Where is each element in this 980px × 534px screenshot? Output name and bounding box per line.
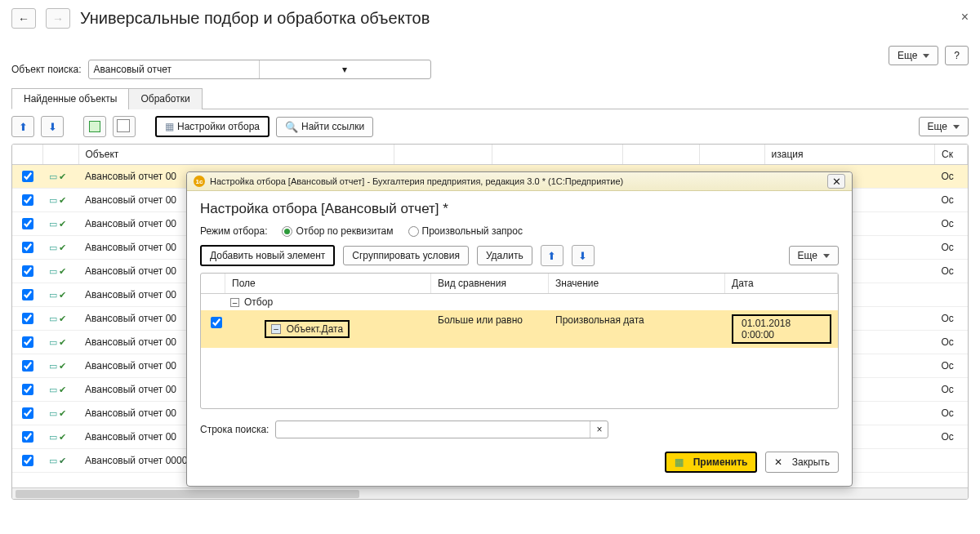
hdr-date[interactable]: Дата (725, 274, 838, 293)
close-icon[interactable]: × (961, 10, 969, 24)
move-up-button[interactable]: ⬆ (11, 116, 34, 137)
row-sk: Ос (935, 212, 968, 236)
search-string-label: Строка поиска: (200, 424, 269, 435)
tab-found-objects[interactable]: Найденные объекты (11, 88, 129, 109)
delete-button[interactable]: Удалить (477, 246, 532, 265)
apply-icon: ▦ (675, 456, 684, 468)
row-checkbox[interactable] (22, 194, 33, 206)
row-checkbox[interactable] (22, 171, 33, 182)
row-sk: Ос (935, 378, 968, 402)
col-sk[interactable]: Ск (935, 145, 968, 165)
row-sk: Ос (935, 354, 968, 378)
search-object-value: Авансовый отчет (89, 64, 260, 75)
row-checkbox[interactable] (22, 265, 33, 277)
row-sk: Ос (935, 236, 968, 260)
clear-search-icon[interactable]: × (590, 421, 608, 438)
doc-status-icon: ▭✔ (49, 361, 66, 372)
doc-status-icon: ▭✔ (49, 314, 66, 324)
field-chip[interactable]: – Объект.Дата (265, 320, 350, 338)
doc-status-icon: ▭✔ (49, 195, 66, 206)
hdr-field[interactable]: Поле (225, 274, 431, 293)
filter-settings-label: Настройки отбора (177, 121, 260, 132)
filter-dialog: 1c Настройка отбора [Авансовый отчет] - … (186, 171, 853, 487)
doc-status-icon: ▭✔ (49, 408, 66, 419)
row-checkbox[interactable] (22, 336, 33, 348)
doc-status-icon: ▭✔ (49, 219, 66, 229)
tab-handlers[interactable]: Обработки (128, 88, 202, 109)
close-x-icon: ✕ (774, 456, 782, 468)
page-title: Универсальные подбор и обработка объекто… (80, 9, 430, 28)
copy-button[interactable] (113, 116, 136, 137)
row-sk: Ос (935, 402, 968, 425)
row-checkbox[interactable] (22, 313, 33, 324)
group-label: Отбор (244, 296, 273, 308)
row-sk (935, 283, 968, 307)
radio-by-props[interactable]: Отбор по реквизитам (282, 225, 393, 237)
dialog-heading: Настройка отбора [Авансовый отчет] * (200, 201, 839, 217)
mode-label: Режим отбора: (200, 225, 267, 237)
doc-status-icon: ▭✔ (49, 456, 66, 466)
nav-forward-button[interactable]: → (46, 8, 70, 29)
val-cell[interactable]: Произвольная дата (549, 310, 725, 348)
find-links-button[interactable]: 🔍 Найти ссылки (276, 117, 373, 137)
filter-settings-button[interactable]: ▦ Настройки отбора (155, 116, 270, 137)
row-sk: Ос (935, 189, 968, 212)
filter-conditions-table: Поле Вид сравнения Значение Дата – Отбор… (200, 273, 839, 409)
row-sk: Ос (935, 165, 968, 189)
doc-status-icon: ▭✔ (49, 290, 66, 300)
search-string-field[interactable] (276, 421, 590, 438)
search-string-input[interactable]: × (275, 421, 608, 438)
find-links-label: Найти ссылки (301, 121, 364, 132)
move-down-button[interactable]: ⬇ (41, 116, 64, 137)
doc-status-icon: ▭✔ (49, 432, 66, 443)
dlg-move-up-button[interactable]: ⬆ (541, 245, 564, 266)
row-checkbox[interactable] (22, 289, 33, 300)
date-cell[interactable]: 01.01.2018 0:00:00 (732, 314, 831, 344)
row-sk: Ос (935, 307, 968, 331)
row-checkbox[interactable] (22, 384, 33, 395)
collapse-icon[interactable]: – (230, 298, 239, 307)
row-sk: Ос (935, 260, 968, 283)
check-all-button[interactable] (83, 116, 106, 137)
dialog-close-button[interactable]: ✕ (827, 174, 845, 189)
row-checkbox[interactable] (22, 455, 33, 466)
add-element-button[interactable]: Добавить новый элемент (200, 245, 335, 266)
search-object-label: Объект поиска: (11, 64, 82, 75)
filter-group-row[interactable]: – Отбор (201, 294, 838, 310)
apply-button[interactable]: ▦ Применить (665, 452, 757, 473)
help-button[interactable]: ? (945, 46, 969, 65)
more-button-top[interactable]: Еще (889, 46, 938, 65)
row-checkbox[interactable] (22, 242, 33, 253)
row-checkbox[interactable] (22, 431, 33, 443)
hdr-val[interactable]: Значение (549, 274, 725, 293)
row-sk: Ос (935, 331, 968, 354)
hdr-cmp[interactable]: Вид сравнения (431, 274, 549, 293)
more-button-toolbar[interactable]: Еще (919, 117, 969, 136)
row-sk: Ос (935, 425, 968, 449)
nav-back-button[interactable]: ← (11, 8, 36, 29)
condition-checkbox[interactable] (211, 317, 222, 328)
row-checkbox[interactable] (22, 360, 33, 372)
cmp-cell[interactable]: Больше или равно (431, 310, 549, 348)
search-object-combo[interactable]: Авансовый отчет ▾ (88, 60, 431, 79)
horizontal-scrollbar[interactable] (12, 487, 968, 499)
doc-status-icon: ▭✔ (49, 266, 66, 277)
dlg-move-down-button[interactable]: ⬇ (572, 245, 595, 266)
onec-icon: 1c (194, 176, 205, 187)
group-conditions-button[interactable]: Сгруппировать условия (343, 246, 469, 265)
dlg-more-button[interactable]: Еще (789, 246, 839, 265)
doc-status-icon: ▭✔ (49, 385, 66, 395)
row-checkbox[interactable] (22, 218, 33, 229)
doc-status-icon: ▭✔ (49, 243, 66, 253)
doc-status-icon: ▭✔ (49, 171, 66, 182)
doc-status-icon: ▭✔ (49, 337, 66, 348)
filter-condition-row[interactable]: – Объект.Дата Больше или равно Произволь… (201, 310, 838, 348)
col-object[interactable]: Объект (78, 145, 394, 165)
close-button[interactable]: ✕ Закрыть (765, 452, 839, 473)
radio-query[interactable]: Произвольный запрос (408, 225, 523, 237)
col-organization[interactable]: изация (764, 145, 935, 165)
dialog-window-title: Настройка отбора [Авансовый отчет] - Бух… (210, 176, 623, 186)
row-checkbox[interactable] (22, 407, 33, 419)
chevron-down-icon[interactable]: ▾ (259, 60, 430, 78)
